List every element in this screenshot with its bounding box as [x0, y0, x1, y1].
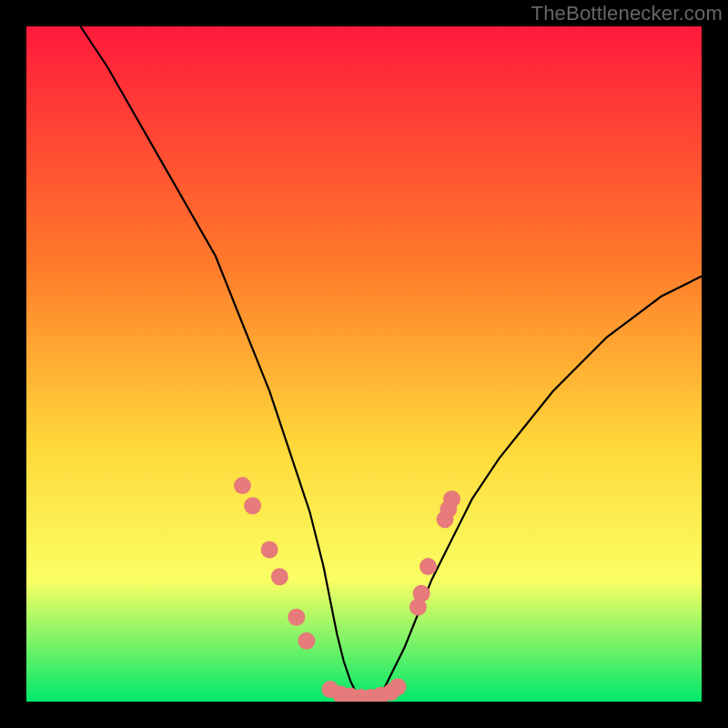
watermark-text: TheBottlenecker.com [531, 2, 723, 25]
data-marker [244, 497, 261, 514]
data-marker [420, 558, 437, 575]
data-marker [389, 678, 407, 695]
data-marker [234, 477, 251, 494]
data-marker [288, 609, 305, 626]
data-marker [261, 541, 278, 559]
chart-svg [26, 26, 702, 702]
data-marker [298, 632, 315, 650]
data-marker [271, 568, 288, 585]
data-marker [413, 585, 430, 602]
chart-frame [26, 26, 702, 702]
data-marker [443, 490, 460, 508]
gradient-bg [26, 26, 702, 702]
